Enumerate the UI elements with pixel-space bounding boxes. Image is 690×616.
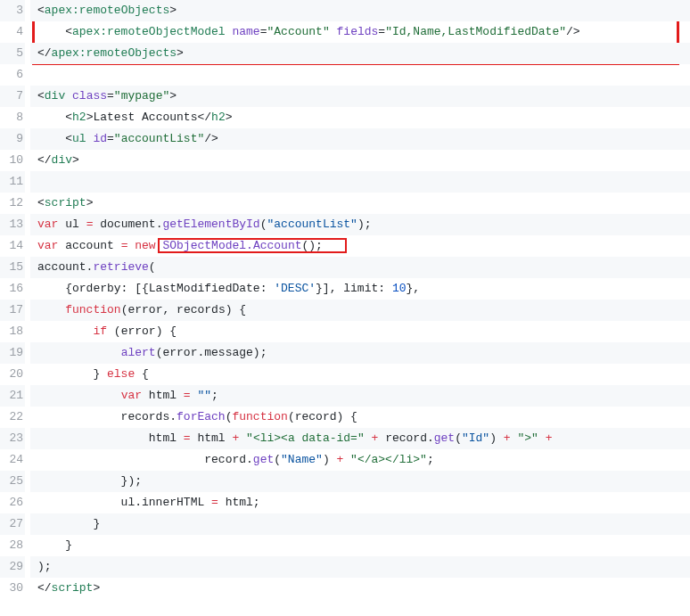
line-number: 15 <box>0 257 25 278</box>
code-line: var account = new SObjectModel.Account()… <box>30 235 690 257</box>
line-number: 7 <box>0 86 25 107</box>
code-line: record.get("Name") + "</a></li>"; <box>30 449 690 471</box>
line-number: 25 <box>0 471 25 492</box>
code-line: } else { <box>30 364 690 385</box>
line-number: 11 <box>0 171 25 193</box>
line-number: 9 <box>0 128 25 150</box>
code-line: alert(error.message); <box>30 342 690 364</box>
code-line: <script> <box>30 193 690 214</box>
code-line: <div class="mypage"> <box>30 86 690 107</box>
line-number-gutter: 3 4 5 6 7 8 9 10 11 12 13 14 15 16 17 18… <box>0 0 30 599</box>
code-line: var ul = document.getElementById("accoun… <box>30 214 690 235</box>
line-number: 16 <box>0 278 25 300</box>
line-number: 18 <box>0 321 25 342</box>
code-line: </script> <box>30 578 690 599</box>
code-line: records.forEach(function(record) { <box>30 407 690 428</box>
line-number: 19 <box>0 342 25 364</box>
line-number: 23 <box>0 428 25 449</box>
code-line: }); <box>30 471 690 492</box>
line-number: 22 <box>0 407 25 428</box>
code-line <box>30 64 690 86</box>
line-number: 14 <box>0 235 25 257</box>
line-number: 26 <box>0 492 25 513</box>
code-line: function(error, records) { <box>30 300 690 321</box>
code-line: ul.innerHTML = html; <box>30 492 690 513</box>
line-number: 17 <box>0 300 25 321</box>
code-line: account.retrieve( <box>30 257 690 278</box>
line-number: 6 <box>0 64 25 86</box>
line-number: 29 <box>0 556 25 578</box>
line-number: 5 <box>0 43 25 64</box>
code-line: html = html + "<li><a data-id=" + record… <box>30 428 690 449</box>
line-number: 8 <box>0 107 25 128</box>
code-line: } <box>30 535 690 556</box>
line-number: 3 <box>0 0 25 21</box>
code-line: var html = ""; <box>30 385 690 407</box>
line-number: 13 <box>0 214 25 235</box>
line-number: 4 <box>0 21 25 43</box>
line-number: 12 <box>0 193 25 214</box>
code-line: </apex:remoteObjects> <box>30 43 690 64</box>
line-number: 10 <box>0 150 25 171</box>
code-line: <apex:remoteObjectModel name="Account" f… <box>30 21 690 43</box>
code-line: </div> <box>30 150 690 171</box>
code-line: ); <box>30 556 690 578</box>
line-number: 30 <box>0 578 25 599</box>
line-number: 21 <box>0 385 25 407</box>
code-line <box>30 171 690 193</box>
code-editor: 3 4 5 6 7 8 9 10 11 12 13 14 15 16 17 18… <box>0 0 690 599</box>
line-number: 20 <box>0 364 25 385</box>
code-content[interactable]: <apex:remoteObjects> <apex:remoteObjectM… <box>30 0 690 599</box>
code-line: <h2>Latest Accounts</h2> <box>30 107 690 128</box>
code-line: <apex:remoteObjects> <box>30 0 690 21</box>
line-number: 28 <box>0 535 25 556</box>
code-line: } <box>30 513 690 535</box>
line-number: 24 <box>0 449 25 471</box>
code-line: <ul id="accountList"/> <box>30 128 690 150</box>
code-line: {orderby: [{LastModifiedDate: 'DESC'}], … <box>30 278 690 300</box>
code-line: if (error) { <box>30 321 690 342</box>
line-number: 27 <box>0 513 25 535</box>
